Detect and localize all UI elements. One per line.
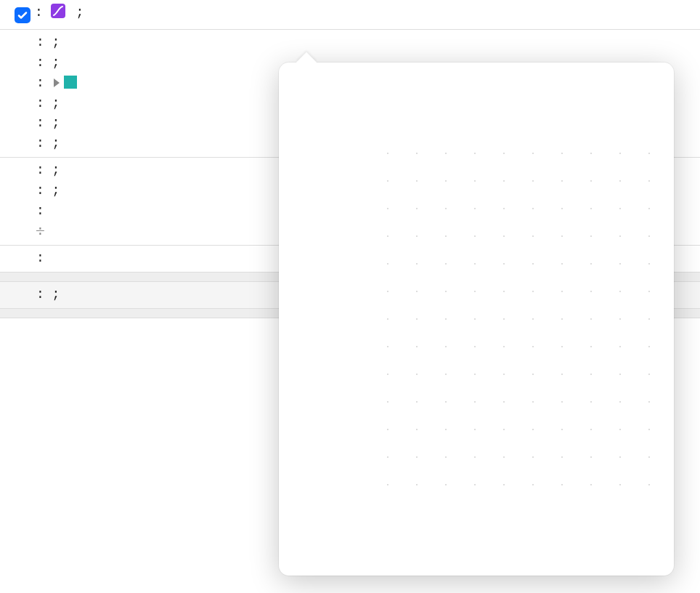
- prop-enable-checkbox[interactable]: [15, 7, 30, 23]
- easing-curve-editor[interactable]: [366, 132, 656, 510]
- easing-swatch-icon[interactable]: [51, 4, 65, 18]
- easing-curve-line: [366, 132, 656, 510]
- disclosure-triangle-icon[interactable]: [54, 78, 60, 87]
- styles-panel: : ; : ; : ; : : ; : ; : ; : ; : ; : :: [0, 0, 700, 593]
- animation-preview: [293, 78, 659, 110]
- color-swatch-icon[interactable]: [64, 76, 77, 89]
- easing-editor-popover: [279, 62, 674, 576]
- rule-element-style: : ;: [0, 0, 700, 30]
